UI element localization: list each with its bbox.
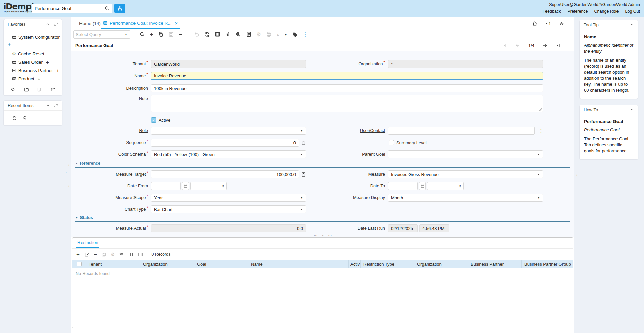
home-icon[interactable] [532, 21, 538, 26]
role-label[interactable]: Role [139, 128, 148, 133]
delete-record-icon[interactable]: − [179, 31, 182, 37]
collapse-panel-icon[interactable] [630, 23, 634, 27]
first-record-icon[interactable] [502, 43, 507, 48]
favorite-item-business-partner[interactable]: Business Partner + [4, 66, 62, 75]
time-spinner[interactable]: ▴▾ [222, 184, 224, 188]
process-gear-icon[interactable]: ⚙ [256, 31, 261, 37]
name-field[interactable]: Invoice Revenue [151, 72, 543, 80]
parent-record-icon[interactable]: ▲ [276, 31, 280, 37]
collapse-panel-icon[interactable] [630, 108, 634, 112]
column-header-restriction-type[interactable]: Restriction Type [361, 260, 414, 268]
expand-panel-icon[interactable] [54, 22, 58, 26]
date-from-time-field[interactable]: ▴▾ [190, 182, 227, 190]
trash-icon[interactable] [22, 116, 28, 121]
folder-icon[interactable] [24, 87, 29, 92]
active-checkbox[interactable]: ✓ [151, 117, 156, 123]
label-tag-icon[interactable] [292, 32, 298, 37]
quick-entry-icon[interactable] [119, 252, 124, 257]
date-to-time-field[interactable]: ▴▾ [427, 182, 464, 190]
sequence-field[interactable]: 0 [151, 139, 299, 147]
preference-link[interactable]: Preference [564, 8, 591, 15]
user-contact-label[interactable]: User/Contact [360, 128, 385, 133]
column-header-name[interactable]: Name [248, 260, 349, 268]
share-icon[interactable] [50, 87, 55, 92]
detail-record-icon[interactable]: ▼ [284, 31, 287, 37]
report-icon[interactable] [246, 31, 252, 37]
search-input[interactable]: Performance Goal [35, 6, 104, 11]
tab-home[interactable]: Home (14) [75, 18, 105, 29]
parent-goal-label[interactable]: Parent Goal [362, 152, 385, 157]
collapse-panel-icon[interactable] [46, 22, 50, 26]
customize-columns-icon[interactable] [128, 252, 133, 257]
global-search-box[interactable]: Performance Goal [32, 4, 112, 13]
previous-record-icon[interactable] [515, 43, 520, 48]
favorite-item-system-configurator[interactable]: System Configurator [4, 33, 62, 41]
collapse-header-icon[interactable] [559, 21, 564, 26]
user-contact-field[interactable] [388, 127, 535, 135]
chart-type-combo[interactable]: Bar Chart▼ [151, 205, 306, 213]
summary-level-checkbox[interactable] [389, 140, 394, 145]
measure-target-field[interactable]: 100,000.0 [151, 170, 299, 178]
edit-favorites-icon[interactable] [37, 87, 42, 92]
new-record-icon[interactable]: + [150, 31, 153, 37]
expand-panel-icon[interactable] [54, 104, 58, 108]
column-header-business-partner-group[interactable]: Business Partner Group [522, 260, 573, 268]
find-icon[interactable] [139, 31, 145, 37]
grid-view-icon[interactable] [138, 252, 143, 257]
date-to-calendar-button[interactable] [419, 182, 426, 190]
zoom-across-icon[interactable] [235, 31, 241, 37]
tenant-label[interactable]: Tenant [133, 61, 146, 66]
favorite-item-sales-order[interactable]: Sales Order + [4, 58, 62, 66]
user-contact-more-icon[interactable]: ⋮ [538, 128, 544, 134]
favorite-item-product[interactable]: Product + [4, 75, 62, 83]
grid-toggle-icon[interactable] [215, 31, 220, 37]
tab-restriction[interactable]: Restriction [76, 237, 99, 248]
save-icon[interactable] [168, 31, 174, 37]
search-icon[interactable] [104, 6, 110, 11]
process-gear-icon[interactable]: ⚙ [111, 252, 115, 257]
date-to-date-field[interactable] [388, 182, 418, 190]
change-role-link[interactable]: Change Role [591, 8, 622, 15]
calculator-icon[interactable] [301, 172, 306, 177]
column-header-business-partner[interactable]: Business Partner [468, 260, 522, 268]
organization-label[interactable]: Organization [358, 61, 383, 66]
splitter-handle[interactable]: ⋮ [575, 172, 579, 176]
measure-display-combo[interactable]: Month▼ [388, 194, 543, 202]
measure-label[interactable]: Measure [368, 172, 385, 177]
collapse-panel-icon[interactable] [46, 103, 50, 108]
description-field[interactable]: 100k in Revenue [151, 84, 543, 92]
splitter-handle[interactable]: ⋮ [64, 172, 68, 176]
time-spinner[interactable]: ▴▾ [459, 184, 461, 188]
column-header-organization-2[interactable]: Organization [414, 260, 468, 268]
column-header-goal[interactable]: Goal [194, 260, 248, 268]
add-row-icon[interactable]: + [76, 252, 80, 257]
resize-grip-icon[interactable] [539, 108, 542, 111]
section-status[interactable]: ▾ Status [76, 215, 93, 220]
expand-node-icon[interactable]: + [46, 59, 49, 65]
color-schema-combo[interactable]: Red (50) - Yellow (100) - Green▼ [151, 150, 306, 158]
section-reference[interactable]: ▾ Reference [76, 161, 100, 166]
save-icon[interactable] [101, 252, 106, 257]
collapse-all-icon[interactable] [10, 87, 15, 92]
select-query-combo[interactable]: Select Query ▼ [73, 30, 130, 39]
column-header-organization[interactable]: Organization [140, 260, 194, 268]
measure-scope-combo[interactable]: Year▼ [151, 194, 306, 202]
print-icon[interactable] [266, 31, 272, 37]
expand-node-icon[interactable]: + [38, 76, 41, 82]
undo-icon[interactable] [194, 31, 200, 37]
splitter-handle[interactable]: ⋮ [67, 162, 71, 166]
delete-row-icon[interactable]: − [94, 252, 97, 257]
date-from-date-field[interactable] [151, 182, 181, 190]
more-options-icon[interactable]: ⋮ [302, 31, 308, 37]
add-favorite-drop-target[interactable]: + [4, 41, 62, 50]
refresh-icon[interactable] [12, 116, 17, 121]
select-all-checkbox[interactable] [77, 262, 82, 266]
expand-node-icon[interactable]: + [56, 68, 59, 73]
attachment-icon[interactable] [225, 31, 231, 37]
note-field[interactable] [151, 95, 543, 112]
close-tab-icon[interactable]: × [175, 20, 178, 26]
logout-link[interactable]: Log Out [622, 8, 640, 15]
column-header-active[interactable]: Active [349, 260, 361, 268]
tab-performance-goal[interactable]: Performance Goal: Invoice R... × [101, 18, 180, 29]
role-combo[interactable]: ▼ [151, 127, 306, 135]
